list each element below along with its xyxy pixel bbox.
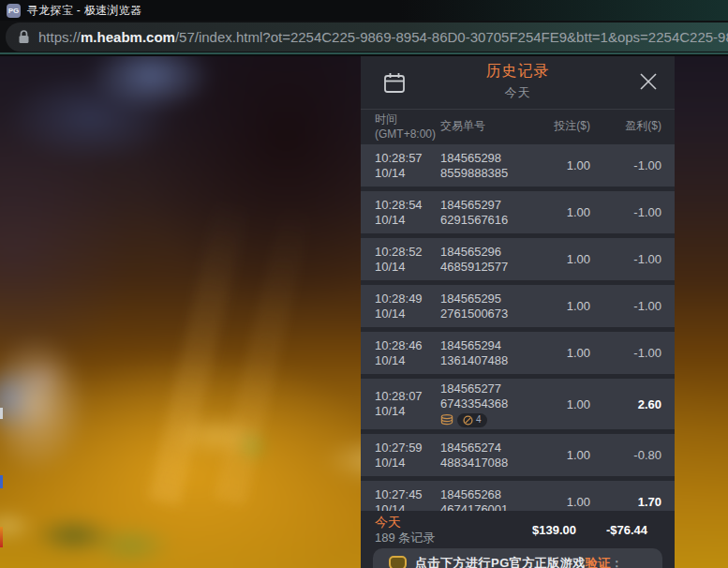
table-row[interactable]: 10:28:5210/1418456529646859125771.00-1.0… — [361, 238, 675, 280]
edge-speck — [0, 408, 3, 419]
row-bet: 1.00 — [534, 252, 590, 266]
row-order-number: 1845652744883417088 — [440, 441, 534, 471]
feature-badge: 4 — [457, 413, 487, 427]
row-time: 10:28:5710/14 — [375, 151, 440, 181]
summary-total-profit: -$76.44 — [576, 523, 647, 537]
url-scheme: https:// — [38, 29, 81, 45]
column-bet: 投注($) — [534, 119, 590, 133]
chevron-right-icon[interactable]: › — [661, 345, 675, 361]
panel-title-block: 历史记录 今天 — [361, 62, 675, 101]
edge-speck — [0, 527, 3, 547]
summary-footer: 今天 189 条记录 $139.00 -$76.44 — [361, 511, 675, 548]
row-bet: 1.00 — [534, 158, 590, 172]
table-row[interactable]: 10:28:4910/1418456529527615006731.00-1.0… — [361, 285, 675, 327]
row-bet: 1.00 — [534, 299, 590, 313]
row-time: 10:28:5410/14 — [375, 198, 440, 228]
pg-logo: PG — [7, 4, 21, 18]
window-title: 寻龙探宝 - 极速浏览器 — [27, 3, 141, 19]
gold-badge-icon — [389, 556, 407, 568]
browser-window: PG 寻龙探宝 - 极速浏览器 https://m.heabm.com/57/i… — [0, 0, 728, 568]
row-bet: 1.00 — [534, 397, 590, 411]
chevron-right-icon[interactable]: › — [661, 298, 675, 314]
row-time: 10:27:5910/14 — [375, 441, 440, 471]
edge-speck — [0, 475, 3, 488]
panel-title: 历史记录 — [361, 62, 675, 82]
row-profit: -1.00 — [590, 299, 661, 313]
summary-day-label: 今天 — [375, 515, 520, 531]
row-profit: -1.00 — [590, 252, 661, 266]
column-profit: 盈利($) — [590, 119, 661, 133]
lock-icon — [18, 30, 30, 44]
close-button[interactable] — [637, 70, 660, 93]
url-domain: m.heabm.com — [81, 29, 175, 45]
row-profit: -1.00 — [590, 158, 661, 172]
row-bet: 1.00 — [534, 448, 590, 462]
verify-link[interactable]: 验证 — [586, 556, 611, 568]
row-profit: -1.00 — [590, 346, 661, 360]
row-time: 10:28:4610/14 — [375, 338, 440, 368]
column-time: 时间 (GMT+8:00) — [375, 112, 440, 142]
chevron-right-icon[interactable]: › — [661, 447, 675, 463]
column-order: 交易单号 — [440, 119, 534, 133]
row-bet: 1.00 — [534, 495, 590, 509]
row-profit: 2.60 — [590, 397, 661, 411]
row-order-number: 1845652988559888385 — [440, 151, 534, 181]
summary-record-count: 189 条记录 — [375, 531, 520, 546]
row-profit: 1.70 — [590, 495, 661, 509]
history-panel-header: 历史记录 今天 — [361, 56, 675, 110]
table-header: 时间 (GMT+8:00) 交易单号 投注($) 盈利($) — [361, 110, 675, 142]
url-bar-container: https://m.heabm.com/57/index.html?ot=225… — [0, 21, 728, 54]
chevron-right-icon[interactable]: › — [661, 396, 675, 412]
table-row[interactable]: 10:28:5410/1418456529762915676161.00-1.0… — [361, 191, 675, 233]
chevron-right-icon[interactable]: › — [661, 494, 675, 510]
history-panel: 历史记录 今天 时间 (GMT+8:00) 交易单号 投注($) 盈利($) — [361, 56, 675, 568]
table-row[interactable]: 10:28:5710/1418456529885598883851.00-1.0… — [361, 144, 675, 187]
row-order-number: 1845652964685912577 — [440, 245, 534, 275]
chevron-right-icon[interactable]: › — [661, 204, 675, 220]
row-bet: 1.00 — [534, 205, 590, 219]
row-order-number: 1845652976291567616 — [440, 198, 534, 228]
summary-total-bet: $139.00 — [520, 523, 576, 537]
table-row[interactable]: 10:28:0710/14184565277674335436841.002.6… — [361, 379, 675, 429]
panel-subtitle: 今天 — [361, 84, 675, 101]
verify-banner[interactable]: 点击下方进行PG官方正版游戏验证： — [373, 548, 662, 568]
url-bar[interactable]: https://m.heabm.com/57/index.html?ot=225… — [6, 22, 728, 52]
page-content: 历史记录 今天 时间 (GMT+8:00) 交易单号 投注($) 盈利($) — [0, 56, 728, 568]
row-order-number: 1845652941361407488 — [440, 338, 534, 368]
row-time: 10:28:5210/14 — [375, 245, 440, 275]
row-profit: -1.00 — [590, 205, 661, 219]
table-row[interactable]: 10:27:5910/1418456527448834170881.00-0.8… — [361, 434, 675, 476]
browser-titlebar: PG 寻龙探宝 - 极速浏览器 — [0, 0, 728, 21]
history-rows: 10:28:5710/1418456529885598883851.00-1.0… — [361, 144, 675, 568]
row-time: 10:28:0710/14 — [375, 389, 440, 419]
row-profit: -0.80 — [590, 448, 661, 462]
coin-stack-icon — [440, 414, 453, 426]
chevron-right-icon[interactable]: › — [661, 251, 675, 267]
slash-circle-icon — [463, 415, 473, 426]
url-path: /57/index.html?ot=2254C225-9869-8954-86D… — [175, 29, 728, 45]
table-row[interactable]: 10:28:4610/1418456529413614074881.00-1.0… — [361, 332, 675, 374]
close-icon — [637, 70, 660, 93]
url-text: https://m.heabm.com/57/index.html?ot=225… — [38, 29, 728, 45]
verify-banner-text: 点击下方进行PG官方正版游戏验证： — [415, 555, 623, 568]
row-order-number: 1845652952761500673 — [440, 291, 534, 321]
row-time: 10:28:4910/14 — [375, 291, 440, 321]
chevron-right-icon[interactable]: › — [661, 157, 675, 173]
row-bet: 1.00 — [534, 346, 590, 360]
row-order-number: 18456527767433543684 — [440, 381, 534, 427]
